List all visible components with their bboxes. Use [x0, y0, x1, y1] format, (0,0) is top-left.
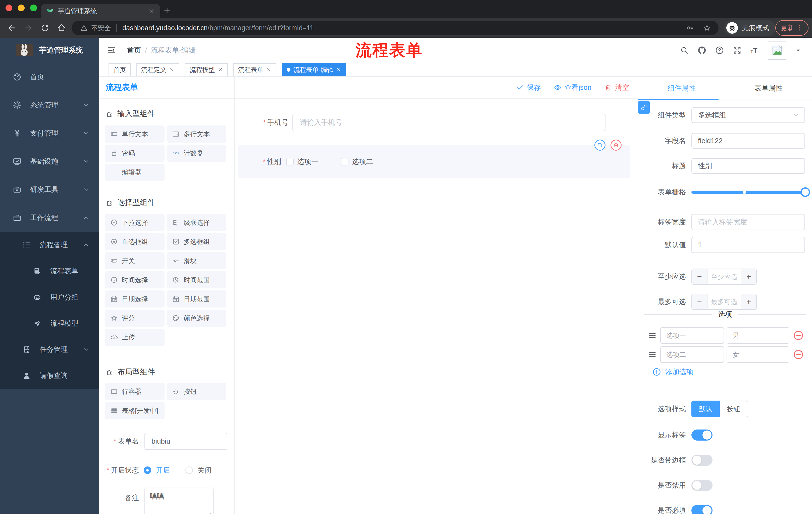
- component-rate[interactable]: 评分: [105, 309, 165, 327]
- sidebar-item-user-group[interactable]: 用户分组: [0, 284, 99, 310]
- sidebar-item-home[interactable]: 首页: [0, 63, 99, 91]
- resize-handle-icon[interactable]: [207, 511, 212, 514]
- disabled-toggle[interactable]: [691, 480, 713, 491]
- tab-home[interactable]: 首页: [109, 63, 130, 76]
- window-minimize-button[interactable]: [18, 4, 25, 11]
- component-time-picker[interactable]: 时间选择: [105, 271, 165, 289]
- add-option-button[interactable]: 添加选项: [638, 367, 812, 377]
- phone-field-row[interactable]: *手机号: [235, 114, 612, 131]
- sidebar-item-leave-query[interactable]: 请假查询: [0, 362, 99, 389]
- component-multi-line-text[interactable]: 多行文本: [167, 126, 226, 142]
- option-value-input[interactable]: [727, 346, 789, 363]
- component-select[interactable]: 下拉选择: [105, 214, 165, 231]
- field-name-input[interactable]: [691, 133, 805, 148]
- component-checkbox-group[interactable]: 多选框组: [167, 233, 226, 250]
- save-button[interactable]: 保存: [516, 83, 541, 92]
- tab-process-definition[interactable]: 流程定义: [137, 63, 179, 76]
- tab-process-form[interactable]: 流程表单: [233, 63, 276, 76]
- default-value-input[interactable]: [691, 237, 805, 253]
- view-json-button[interactable]: 查看json: [554, 83, 591, 92]
- component-color-picker[interactable]: 颜色选择: [167, 309, 226, 327]
- fullscreen-icon[interactable]: [733, 46, 742, 55]
- label-width-input[interactable]: [691, 214, 805, 230]
- window-close-button[interactable]: [5, 4, 12, 11]
- component-row-container[interactable]: 行容器: [105, 383, 165, 400]
- title-input[interactable]: [691, 158, 805, 174]
- close-icon[interactable]: [218, 67, 223, 72]
- component-date-range[interactable]: 日期范围: [167, 291, 226, 307]
- checkbox-box[interactable]: [341, 158, 348, 165]
- reload-button[interactable]: [40, 23, 50, 33]
- component-type-select[interactable]: 多选框组: [691, 107, 805, 123]
- stepper-minus-button[interactable]: −: [692, 294, 707, 309]
- radio-on[interactable]: [144, 466, 151, 474]
- sidebar-logo[interactable]: 芋道管理系统: [0, 38, 99, 63]
- form-name-input[interactable]: [144, 433, 227, 450]
- remark-textarea[interactable]: 嘿嘿: [144, 488, 213, 514]
- sidebar-item-process-model[interactable]: 流程模型: [0, 310, 99, 336]
- drag-handle-icon[interactable]: [648, 350, 657, 359]
- help-icon[interactable]: [715, 46, 724, 55]
- show-label-toggle[interactable]: [691, 430, 713, 440]
- radio-on-label[interactable]: 开启: [156, 465, 170, 475]
- close-icon[interactable]: [266, 67, 271, 72]
- browser-menu-kebab-icon[interactable]: [796, 24, 803, 31]
- style-button-button[interactable]: 按钮: [720, 401, 748, 417]
- component-time-range[interactable]: 时间范围: [167, 271, 226, 289]
- component-editor[interactable]: 编辑器: [105, 164, 165, 181]
- component-password[interactable]: 密码: [105, 144, 165, 162]
- back-button[interactable]: [7, 23, 17, 33]
- canvas[interactable]: *手机号 *性别 选项一 选项二: [235, 99, 638, 514]
- home-button[interactable]: [57, 23, 66, 33]
- copy-component-button[interactable]: [594, 140, 606, 151]
- tab-process-form-edit-active[interactable]: 流程表单-编辑: [282, 63, 346, 76]
- new-tab-button[interactable]: [163, 6, 171, 15]
- required-toggle[interactable]: [691, 505, 713, 514]
- link-drawer-handle[interactable]: [638, 101, 650, 114]
- sidebar-toggle-hamburger-icon[interactable]: [107, 45, 117, 55]
- stepper-plus-button[interactable]: +: [741, 294, 756, 309]
- tab-process-model[interactable]: 流程模型: [185, 63, 228, 76]
- component-table-dev[interactable]: 表格[开发中]: [105, 402, 165, 419]
- search-icon[interactable]: [680, 46, 689, 55]
- component-button[interactable]: 按钮: [167, 383, 226, 400]
- sidebar-item-process-mgmt[interactable]: 流程管理: [0, 232, 99, 258]
- password-key-icon[interactable]: [686, 24, 694, 32]
- url-bar[interactable]: 不安全 dashboard.yudao.iocoder.cn /bpm/mana…: [71, 21, 719, 35]
- component-switch[interactable]: 开关: [105, 252, 165, 269]
- checkbox-option-1[interactable]: 选项一: [286, 157, 318, 166]
- forward-button[interactable]: [24, 23, 33, 33]
- remove-option-button[interactable]: [793, 330, 804, 341]
- checkbox-option-2[interactable]: 选项二: [341, 157, 373, 166]
- sidebar-item-payment[interactable]: 支付管理: [0, 119, 99, 147]
- component-slider[interactable]: 滑块: [167, 252, 226, 269]
- tab-close-icon[interactable]: [148, 8, 155, 14]
- drag-handle-icon[interactable]: [648, 331, 657, 340]
- option-value-input[interactable]: [727, 327, 789, 344]
- stepper-minus-button[interactable]: −: [692, 269, 707, 284]
- max-select-input[interactable]: [707, 294, 741, 309]
- min-select-input[interactable]: [707, 269, 741, 284]
- close-icon[interactable]: [169, 67, 174, 72]
- option-label-input[interactable]: [660, 327, 724, 344]
- radio-off[interactable]: [185, 466, 193, 474]
- clear-button[interactable]: 清空: [605, 83, 629, 92]
- option-label-input[interactable]: [660, 346, 724, 363]
- bookmark-star-icon[interactable]: [703, 24, 711, 32]
- component-upload[interactable]: 上传: [105, 329, 165, 346]
- form-grid-slider[interactable]: [691, 191, 807, 194]
- close-icon[interactable]: [336, 67, 341, 72]
- browser-update-button[interactable]: 更新: [775, 20, 809, 36]
- user-avatar[interactable]: [768, 41, 786, 60]
- sidebar-item-devtools[interactable]: 研发工具: [0, 175, 99, 204]
- delete-component-button[interactable]: [610, 140, 621, 151]
- component-single-line-text[interactable]: 单行文本: [105, 126, 165, 142]
- avatar-caret-down-icon[interactable]: [795, 47, 802, 54]
- component-date-picker[interactable]: 日期选择: [105, 291, 165, 307]
- breadcrumb-home[interactable]: 首页: [127, 46, 141, 55]
- slider-handle[interactable]: [801, 187, 810, 197]
- tab-component-props[interactable]: 组件属性: [638, 77, 725, 100]
- radio-off-label[interactable]: 关闭: [198, 465, 211, 475]
- browser-tab[interactable]: 芋道管理系统: [41, 4, 160, 18]
- sidebar-item-infra[interactable]: 基础设施: [0, 147, 99, 175]
